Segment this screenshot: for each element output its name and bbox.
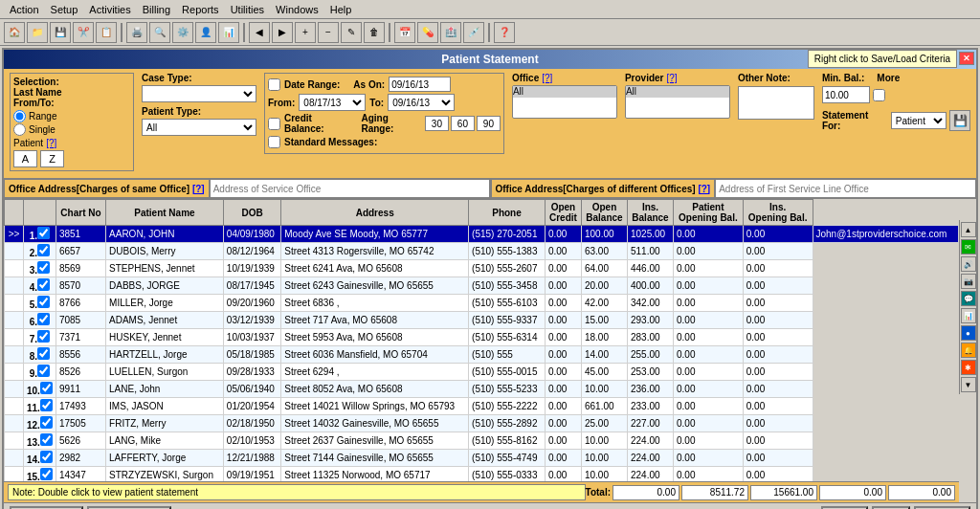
more-checkbox[interactable] <box>873 89 885 101</box>
row-expand[interactable] <box>5 381 24 398</box>
row-expand[interactable] <box>5 277 24 295</box>
table-row[interactable]: 12.17505FRITZ, Merry02/18/1950Street 140… <box>5 415 959 432</box>
table-row[interactable]: 8.8556HARTZELL, Jorge05/18/1985Street 60… <box>5 346 959 364</box>
save-criteria-button[interactable]: 💾 <box>949 110 970 131</box>
toolbar-btn-21[interactable]: ❓ <box>494 22 515 43</box>
sidebar-btn-bell[interactable]: 🔔 <box>961 343 976 358</box>
row-expand[interactable] <box>5 467 24 482</box>
toolbar-btn-20[interactable]: 💉 <box>463 22 484 43</box>
sidebar-btn-email[interactable]: ✉ <box>961 239 976 254</box>
office-select[interactable]: All <box>512 85 617 119</box>
col-ins-balance[interactable]: Ins.Balance <box>628 200 674 226</box>
row-checkbox[interactable] <box>37 244 50 256</box>
toolbar-btn-6[interactable]: 🖨️ <box>126 22 147 43</box>
col-address[interactable]: Address <box>281 200 469 226</box>
addr-left-input[interactable] <box>210 179 490 198</box>
standard-messages-checkbox[interactable] <box>268 136 280 148</box>
print-list-button[interactable]: Print List <box>914 506 970 510</box>
row-expand[interactable] <box>5 329 24 346</box>
col-phone[interactable]: Phone <box>469 200 546 226</box>
row-expand[interactable] <box>5 364 24 381</box>
table-row[interactable]: 15.14347STRZYZEWSKI, Surgon09/19/1951Str… <box>5 467 959 482</box>
addr-right-input[interactable] <box>715 179 976 198</box>
menu-billing[interactable]: Billing <box>137 4 176 15</box>
toolbar-btn-8[interactable]: ⚙️ <box>172 22 193 43</box>
toolbar-btn-14[interactable]: − <box>318 22 339 43</box>
row-checkbox[interactable] <box>40 468 53 480</box>
sidebar-scroll-down[interactable]: ▼ <box>961 377 976 392</box>
row-expand[interactable] <box>5 398 24 415</box>
toolbar-btn-16[interactable]: 🗑 <box>364 22 385 43</box>
table-row[interactable]: 4.8570DABBS, JORGE08/17/1945Street 6243 … <box>5 277 959 295</box>
toolbar-btn-11[interactable]: ◀ <box>249 22 270 43</box>
toolbar-btn-7[interactable]: 🔍 <box>149 22 170 43</box>
close-button[interactable]: ✕ <box>959 52 974 65</box>
row-checkbox[interactable] <box>40 451 53 463</box>
sidebar-btn-audio[interactable]: 🔊 <box>961 256 976 272</box>
table-row[interactable]: 9.8526LUELLEN, Surgon09/28/1933Street 62… <box>5 364 959 381</box>
case-type-select[interactable] <box>142 85 256 102</box>
range-radio[interactable] <box>13 110 26 122</box>
row-expand[interactable] <box>5 415 24 432</box>
table-row[interactable]: 2.6657DUBOIS, Merry08/12/1964Street 4313… <box>5 243 959 260</box>
table-row[interactable]: >>1.3851AARON, JOHN04/09/1980Moody Ave S… <box>5 226 959 243</box>
date-range-checkbox[interactable] <box>268 78 280 91</box>
table-row[interactable]: 11.17493IMS, JASON01/20/1954Street 14021… <box>5 398 959 415</box>
menu-windows[interactable]: Windows <box>270 4 324 15</box>
min-bal-input[interactable] <box>822 86 870 103</box>
toolbar-btn-3[interactable]: 💾 <box>50 22 71 43</box>
table-row[interactable]: 13.5626LANG, Mike02/10/1953Street 2637 G… <box>5 432 959 450</box>
table-row[interactable]: 7.7371HUSKEY, Jennet10/03/1937Street 595… <box>5 329 959 346</box>
select-all-button[interactable]: Select All <box>10 506 83 510</box>
addr-right-help[interactable]: [?] <box>698 184 710 194</box>
toolbar-btn-15[interactable]: ✎ <box>341 22 362 43</box>
sidebar-btn-camera[interactable]: 📷 <box>961 274 976 289</box>
sidebar-btn-chat[interactable]: 💬 <box>961 291 976 306</box>
credit-balance-checkbox[interactable] <box>268 118 280 130</box>
table-row[interactable]: 6.7085ADAMS, Jennet03/12/1939Street 717 … <box>5 312 959 329</box>
col-name[interactable]: Patient Name <box>106 200 224 226</box>
row-expand[interactable] <box>5 312 24 329</box>
row-checkbox[interactable] <box>40 433 53 446</box>
other-note-textarea[interactable] <box>738 86 814 120</box>
row-checkbox[interactable] <box>40 382 53 394</box>
aging-30[interactable] <box>425 116 449 131</box>
name-to-input[interactable] <box>40 150 64 167</box>
row-expand[interactable] <box>5 450 24 467</box>
row-expand[interactable] <box>5 243 24 260</box>
row-checkbox[interactable] <box>37 296 50 308</box>
name-from-input[interactable] <box>13 150 37 167</box>
row-checkbox[interactable] <box>37 278 50 291</box>
row-checkbox[interactable] <box>40 399 53 411</box>
sidebar-btn-chart[interactable]: 📊 <box>961 308 976 323</box>
toolbar-btn-4[interactable]: ✂️ <box>73 22 94 43</box>
row-checkbox[interactable] <box>37 313 50 325</box>
col-ins-open[interactable]: Ins.Opening Bal. <box>743 200 813 226</box>
toolbar-btn-17[interactable]: 📅 <box>394 22 415 43</box>
as-on-input[interactable] <box>389 77 451 92</box>
sidebar-scroll-up[interactable]: ▲ <box>961 222 976 237</box>
col-dob[interactable]: DOB <box>223 200 280 226</box>
col-chart[interactable]: Chart No <box>56 200 105 226</box>
toolbar-btn-9[interactable]: 👤 <box>195 22 216 43</box>
row-checkbox[interactable] <box>37 330 50 343</box>
col-pat-open[interactable]: PatientOpening Bal. <box>674 200 744 226</box>
toolbar-btn-13[interactable]: + <box>295 22 316 43</box>
menu-activities[interactable]: Activities <box>83 4 136 15</box>
menu-setup[interactable]: Setup <box>45 4 84 15</box>
from-date-select[interactable]: 08/17/13 <box>299 94 366 111</box>
export-button[interactable]: Export <box>821 506 868 510</box>
provider-help[interactable]: [?] <box>666 73 677 83</box>
sidebar-btn-blue[interactable]: ● <box>961 325 976 341</box>
aging-90[interactable] <box>477 116 501 131</box>
row-checkbox[interactable] <box>40 416 53 429</box>
menu-action[interactable]: Action <box>4 4 45 15</box>
toolbar-btn-18[interactable]: 💊 <box>417 22 438 43</box>
toolbar-btn-19[interactable]: 🏥 <box>440 22 461 43</box>
to-date-select[interactable]: 09/16/13 <box>388 94 455 111</box>
sidebar-btn-star[interactable]: ✱ <box>961 360 976 375</box>
row-checkbox[interactable] <box>37 347 50 360</box>
provider-select[interactable]: All <box>625 85 730 119</box>
toolbar-btn-12[interactable]: ▶ <box>272 22 293 43</box>
row-expand[interactable] <box>5 432 24 450</box>
